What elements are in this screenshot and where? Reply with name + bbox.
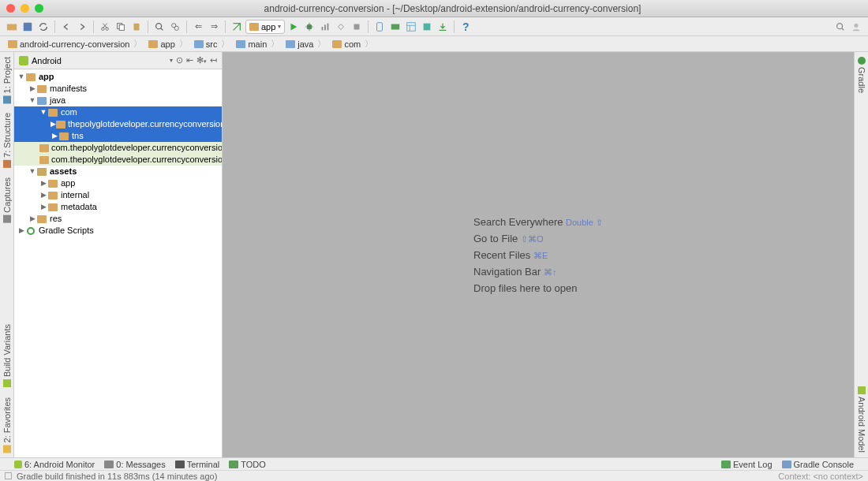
debug-icon[interactable] bbox=[302, 20, 316, 34]
tab-todo[interactable]: TODO bbox=[229, 460, 266, 469]
tree-node[interactable]: com.thepolyglotdeveloper.currencyconvers… bbox=[14, 142, 222, 154]
layout-icon[interactable] bbox=[404, 20, 418, 34]
tab-favorites[interactable]: 2: Favorites bbox=[2, 393, 12, 457]
cut-icon[interactable] bbox=[98, 20, 112, 34]
tab-build-variants[interactable]: Build Variants bbox=[2, 319, 12, 392]
expand-icon[interactable]: ▼ bbox=[39, 106, 47, 118]
project-tree[interactable]: ▼app▶manifests▼java▼com▶thepolyglotdevel… bbox=[14, 69, 222, 457]
expand-icon[interactable]: ▶ bbox=[39, 201, 47, 213]
run-config-selector[interactable]: app ▾ bbox=[245, 20, 285, 34]
zoom-window-button[interactable] bbox=[35, 4, 43, 13]
node-label: assets bbox=[50, 166, 77, 177]
crumb-label: src bbox=[206, 39, 218, 49]
save-icon[interactable] bbox=[21, 20, 35, 34]
redo-icon[interactable] bbox=[75, 20, 89, 34]
node-label: app bbox=[61, 177, 75, 189]
undo-icon[interactable] bbox=[59, 20, 73, 34]
main-toolbar: ⇐ ⇒ app ▾ ? bbox=[0, 17, 868, 36]
open-icon[interactable] bbox=[5, 20, 19, 34]
make-icon[interactable] bbox=[230, 20, 244, 34]
tree-node[interactable]: ▶metadata bbox=[14, 201, 222, 213]
tab-event-log[interactable]: Event Log bbox=[721, 460, 773, 469]
stop-icon[interactable] bbox=[350, 20, 364, 34]
tree-node[interactable]: ▼java bbox=[14, 95, 222, 106]
run-icon[interactable] bbox=[286, 20, 301, 34]
forward-icon[interactable]: ⇒ bbox=[207, 20, 221, 34]
breadcrumb-item[interactable]: com〉 bbox=[329, 38, 376, 50]
folder-y-icon bbox=[47, 108, 58, 117]
expand-icon[interactable]: ▶ bbox=[28, 213, 36, 225]
tree-node[interactable]: ▶Gradle Scripts bbox=[14, 225, 222, 237]
avd-icon[interactable] bbox=[372, 20, 387, 34]
find-icon[interactable] bbox=[152, 20, 166, 34]
expand-icon[interactable]: ▶ bbox=[51, 130, 58, 142]
expand-icon[interactable]: ▶ bbox=[39, 177, 47, 189]
paste-icon[interactable] bbox=[129, 20, 144, 34]
editor-area[interactable]: Search Everywhere Double ⇧Go to File ⇧⌘O… bbox=[223, 52, 854, 457]
replace-icon[interactable] bbox=[168, 20, 182, 34]
theme-icon[interactable] bbox=[420, 20, 434, 34]
tab-project[interactable]: 1: Project bbox=[2, 52, 12, 108]
folder-y-icon bbox=[25, 73, 36, 82]
expand-icon[interactable]: ▼ bbox=[28, 95, 36, 106]
svg-rect-13 bbox=[327, 23, 329, 30]
tab-captures[interactable]: Captures bbox=[2, 173, 12, 228]
tree-node[interactable]: ▶thepolyglotdeveloper.currencyconversion bbox=[14, 118, 222, 130]
titlebar: android-currency-conversion - [~/Desktop… bbox=[0, 0, 868, 17]
folder-y-icon bbox=[47, 179, 58, 188]
attach-icon[interactable] bbox=[334, 20, 348, 34]
download-icon[interactable] bbox=[436, 20, 450, 34]
breadcrumb-item[interactable]: java〉 bbox=[282, 38, 329, 50]
tab-gradle-console[interactable]: Gradle Console bbox=[782, 460, 854, 469]
scroll-to-icon[interactable]: ⊙ bbox=[176, 55, 183, 65]
breadcrumb-item[interactable]: src〉 bbox=[191, 38, 234, 50]
sync-icon[interactable] bbox=[36, 20, 51, 34]
breadcrumb-item[interactable]: android-currency-conversion〉 bbox=[5, 38, 145, 50]
expand-icon[interactable]: ▼ bbox=[28, 166, 36, 177]
expand-icon[interactable]: ▶ bbox=[28, 83, 36, 95]
tab-gradle[interactable]: Gradle bbox=[857, 52, 866, 98]
node-label: thepolyglotdeveloper.currencyconversion bbox=[68, 118, 222, 130]
folder-y-icon bbox=[58, 132, 69, 141]
profile-icon[interactable] bbox=[318, 20, 332, 34]
copy-icon[interactable] bbox=[114, 20, 128, 34]
collapse-icon[interactable]: ⇤ bbox=[186, 55, 193, 65]
close-window-button[interactable] bbox=[6, 4, 15, 13]
svg-rect-14 bbox=[354, 24, 360, 29]
breadcrumb-item[interactable]: app〉 bbox=[145, 38, 190, 50]
minimize-window-button[interactable] bbox=[21, 4, 29, 13]
search-everywhere-icon[interactable] bbox=[833, 20, 847, 34]
tab-messages[interactable]: 0: Messages bbox=[104, 460, 165, 469]
tree-node[interactable]: com.thepolyglotdeveloper.currencyconvers… bbox=[14, 154, 222, 166]
tree-node[interactable]: ▶app bbox=[14, 177, 222, 189]
folder-y-icon bbox=[39, 144, 49, 153]
status-context[interactable]: Context: <no context> bbox=[778, 472, 863, 481]
tree-node[interactable]: ▼assets bbox=[14, 166, 222, 177]
tab-android-monitor[interactable]: 6: Android Monitor bbox=[14, 460, 95, 469]
tree-node[interactable]: ▶tns bbox=[14, 130, 222, 142]
tree-node[interactable]: ▶res bbox=[14, 213, 222, 225]
tree-node[interactable]: ▼app bbox=[14, 71, 222, 83]
sdk-icon[interactable] bbox=[388, 20, 402, 34]
node-label: com.thepolyglotdeveloper.currencyconvers… bbox=[51, 142, 222, 154]
tree-node[interactable]: ▶manifests bbox=[14, 83, 222, 95]
tab-terminal[interactable]: Terminal bbox=[175, 460, 220, 469]
tab-android-model[interactable]: Android Model bbox=[857, 382, 866, 457]
back-icon[interactable]: ⇐ bbox=[191, 20, 205, 34]
gear-icon[interactable]: ✻▾ bbox=[196, 55, 207, 65]
expand-icon[interactable]: ▶ bbox=[39, 189, 47, 201]
project-view-selector[interactable]: Android ▾ bbox=[19, 56, 173, 65]
tree-node[interactable]: ▼com bbox=[14, 106, 222, 118]
status-indicator-icon[interactable] bbox=[5, 472, 12, 479]
user-icon[interactable] bbox=[849, 20, 863, 34]
tab-structure[interactable]: 7: Structure bbox=[2, 108, 12, 173]
breadcrumb-item[interactable]: main〉 bbox=[233, 38, 282, 50]
node-label: metadata bbox=[61, 201, 97, 213]
tree-node[interactable]: ▶internal bbox=[14, 189, 222, 201]
help-icon[interactable]: ? bbox=[458, 20, 473, 34]
expand-icon[interactable]: ▼ bbox=[17, 71, 25, 83]
hide-icon[interactable]: ↤ bbox=[210, 55, 217, 65]
expand-icon[interactable]: ▶ bbox=[51, 118, 56, 130]
node-label: com bbox=[61, 106, 77, 118]
expand-icon[interactable]: ▶ bbox=[17, 225, 25, 237]
